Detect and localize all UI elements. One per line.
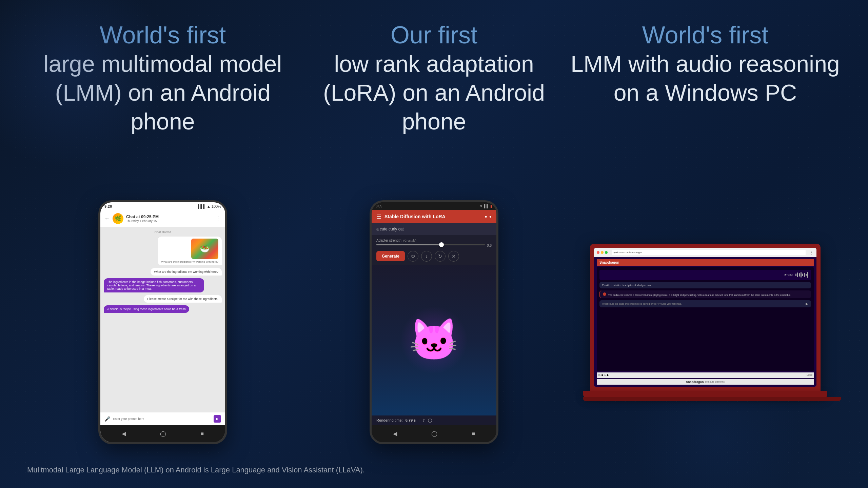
- ai-response-bubble: The audio clip features a brass instrume…: [599, 290, 811, 298]
- laptop-base: [583, 391, 827, 398]
- laptop-bottom: [583, 397, 841, 401]
- taskbar-icon-1[interactable]: ■: [601, 373, 603, 377]
- render-time-bar: Rendering time: 6.79 s | ⇧ ◯: [372, 415, 496, 425]
- sd-battery-icon: ▮: [490, 204, 492, 208]
- laptop: qualcomm.com/snapdragon ⋮ Snapdragon: [583, 244, 827, 401]
- wave-bar-7: [806, 274, 807, 276]
- nav-recent-icon[interactable]: ■: [201, 431, 204, 437]
- nav-back-icon[interactable]: ◀: [122, 430, 126, 437]
- browser-minimize-dot[interactable]: [601, 251, 604, 254]
- sd-wifi-icon: ▼: [479, 204, 483, 208]
- chat-avatar: 🌿: [113, 213, 123, 224]
- sd-icon1: ●: [485, 214, 487, 219]
- sd-title: Stable Diffusion with LoRA: [384, 214, 481, 219]
- message-right-1: What are the ingredients I'm working wit…: [151, 268, 222, 276]
- audio-wave: ▶ 0:12: [599, 270, 811, 280]
- phone2: 8:09 ▼ ▌▌ ▮ ☰ Stable Diffusion with LoRA…: [370, 200, 498, 444]
- sd-prompt[interactable]: a cute curly cat: [372, 223, 496, 235]
- taskbar: ◎ ■ △ ◆ 12:00: [597, 372, 814, 378]
- generate-button[interactable]: Generate: [376, 251, 405, 261]
- play-icon[interactable]: ▶ 0:12: [785, 273, 793, 276]
- snap-footer-logo: Snapdragon: [686, 380, 704, 384]
- food-image: [191, 239, 218, 259]
- phone1-screen: 9:26 ▌▌▌ ▲ 100% ← 🌿 Chat at 09:25 PM: [100, 202, 225, 442]
- phone1: 9:26 ▌▌▌ ▲ 100% ← 🌿 Chat at 09:25 PM: [98, 200, 227, 444]
- url-text: qualcomm.com/snapdragon: [613, 251, 642, 253]
- browser-url-bar[interactable]: qualcomm.com/snapdragon: [612, 250, 806, 255]
- chat-date: Thursday, February 15: [126, 219, 212, 223]
- p2-nav-back-icon[interactable]: ◀: [393, 430, 397, 437]
- save-icon[interactable]: ◯: [428, 418, 432, 423]
- share-icon[interactable]: ⇧: [422, 418, 425, 423]
- chat-input-bar: 🎤 ▶: [100, 412, 225, 425]
- browser-close-dot[interactable]: [597, 251, 599, 254]
- wave-bar-4: [801, 272, 802, 278]
- wave-bar-6: [804, 273, 805, 277]
- browser-menu-icon[interactable]: ⋮: [810, 250, 814, 255]
- chat-messages: Chat started What are the ingredients I'…: [100, 227, 225, 412]
- laptop-screen-housing: qualcomm.com/snapdragon ⋮ Snapdragon: [590, 244, 821, 391]
- signal-icon: ▌▌▌: [198, 204, 206, 208]
- back-arrow-icon[interactable]: ←: [104, 216, 110, 222]
- snap-header: Snapdragon: [597, 259, 814, 266]
- snap-footer-sub: compute platforms: [705, 381, 725, 383]
- sd-time: 8:09: [376, 204, 382, 208]
- message-left-1: The ingredients in the image include fis…: [104, 278, 204, 292]
- laptop-container: qualcomm.com/snapdragon ⋮ Snapdragon: [570, 244, 841, 401]
- wave-bar-1: [795, 273, 796, 276]
- close-icon-btn[interactable]: ✕: [448, 251, 459, 262]
- chat-info: Chat at 09:25 PM Thursday, February 15: [126, 215, 212, 223]
- download-icon-btn[interactable]: ↓: [421, 251, 432, 262]
- message-with-image: What are the ingredients I'm working wit…: [158, 237, 222, 265]
- query-bar[interactable]: What could the place this ensemble is be…: [599, 300, 811, 307]
- chat-menu-icon[interactable]: ⋮: [215, 215, 221, 222]
- user-prompt-text: Provide a detailed description of what y…: [602, 284, 652, 286]
- taskbar-icon-2[interactable]: △: [604, 373, 606, 377]
- image-caption: What are the ingredients I'm working wit…: [161, 260, 218, 263]
- sd-buttons: Generate ⚙ ↓ ↻ ✕: [372, 251, 496, 265]
- nav-home-icon[interactable]: ◯: [160, 430, 166, 437]
- sd-content: a cute curly cat Adapter strength: (Crys…: [372, 223, 496, 425]
- taskbar-icon-3[interactable]: ◆: [607, 373, 609, 377]
- sd-adapter-value: 0.6: [487, 244, 492, 247]
- snap-content: ▶ 0:12: [597, 267, 814, 371]
- sd-header: ☰ Stable Diffusion with LoRA ● ●: [372, 210, 496, 223]
- taskbar-time: 12:00: [806, 374, 812, 376]
- mic-icon[interactable]: 🎤: [104, 416, 110, 422]
- chat-header: ← 🌿 Chat at 09:25 PM Thursday, February …: [100, 210, 225, 227]
- chat-started-label: Chat started: [104, 230, 222, 234]
- wave-bar-2: [797, 272, 798, 277]
- cat-image-area: 🐱: [372, 265, 496, 415]
- message-right-2: Please create a recipe for me with these…: [144, 295, 222, 303]
- sd-icon2: ●: [489, 214, 492, 219]
- sd-menu-icon[interactable]: ☰: [376, 214, 381, 220]
- settings-icon-btn[interactable]: ⚙: [408, 251, 418, 262]
- ai-icon: [603, 292, 606, 296]
- sd-slider[interactable]: [376, 244, 485, 245]
- phone1-status-icons: ▌▌▌ ▲ 100%: [198, 204, 221, 208]
- sd-status-icons: ▼ ▌▌ ▮: [479, 204, 492, 208]
- undo-icon-btn[interactable]: ↻: [435, 251, 446, 262]
- phone1-nav: ◀ ◯ ■: [100, 425, 225, 442]
- ai-response-text: The audio clip features a brass instrume…: [608, 294, 791, 296]
- p2-nav-recent-icon[interactable]: ■: [472, 431, 475, 437]
- phone1-time: 9:26: [104, 204, 112, 208]
- browser-chrome: qualcomm.com/snapdragon ⋮: [594, 248, 816, 257]
- taskbar-start[interactable]: ◎: [598, 373, 600, 377]
- chat-input[interactable]: [113, 417, 211, 421]
- p2-nav-home-icon[interactable]: ◯: [431, 430, 437, 437]
- query-send-icon[interactable]: ▶: [806, 302, 808, 306]
- wave-bar-5: [802, 273, 803, 276]
- sd-status-bar: 8:09 ▼ ▌▌ ▮: [372, 202, 496, 210]
- laptop-display: qualcomm.com/snapdragon ⋮ Snapdragon: [594, 248, 816, 387]
- sd-slider-thumb[interactable]: [439, 242, 444, 247]
- footer-note: Mulitmodal Large Language Model (LLM) on…: [27, 466, 365, 474]
- sd-signal-icon: ▌▌: [484, 204, 489, 208]
- laptop-bg: qualcomm.com/snapdragon ⋮ Snapdragon: [594, 248, 816, 387]
- query-text: What could the place this ensemble is be…: [602, 303, 682, 305]
- render-time-value: 6.79 s: [406, 418, 416, 422]
- phone2-screen: 8:09 ▼ ▌▌ ▮ ☰ Stable Diffusion with LoRA…: [372, 202, 496, 442]
- sd-slider-container: 0.6: [376, 244, 492, 247]
- send-button[interactable]: ▶: [214, 415, 221, 423]
- browser-maximize-dot[interactable]: [605, 251, 608, 254]
